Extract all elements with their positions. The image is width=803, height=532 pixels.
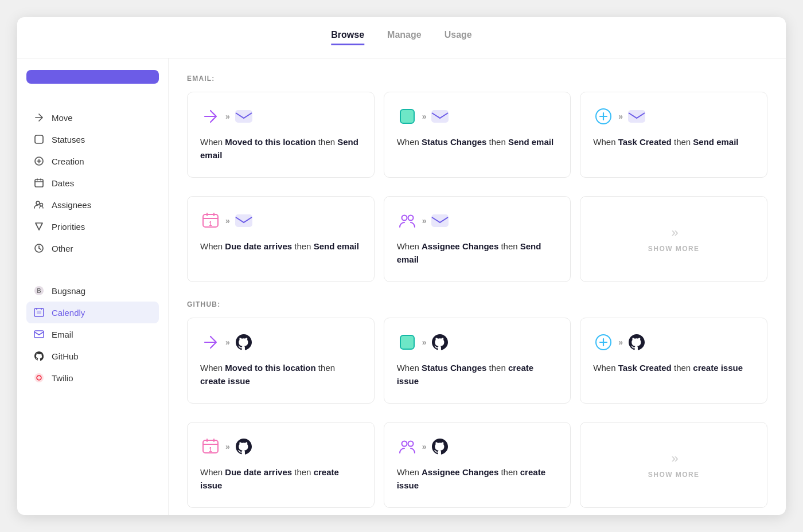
sidebar-item-email[interactable]: Email [26, 323, 159, 345]
show-more-card[interactable]: » SHOW MORE [580, 422, 767, 508]
automation-card[interactable]: 1 » When Due date arrives then Send emai… [187, 196, 375, 282]
card-icons: » [200, 332, 361, 353]
github-icon [33, 350, 45, 362]
automation-card[interactable]: » When Status Changes then Send email [384, 92, 571, 178]
sidebar-item-github[interactable]: GitHub [26, 345, 159, 367]
sidebar-item-bugsnag[interactable]: B Bugsnag [26, 280, 159, 302]
tab-browse[interactable]: Browse [331, 30, 364, 45]
card-icons: 1 » [200, 210, 361, 231]
sidebar-item-label: Other [52, 244, 73, 253]
card-description: When Task Created then create issue [593, 362, 754, 375]
card-icons: » [593, 332, 754, 353]
creation-icon [33, 155, 45, 167]
action-icon [233, 436, 254, 457]
show-more-label: SHOW MORE [648, 471, 700, 479]
flow-arrows-icon: » [422, 338, 426, 347]
custom-automation-button[interactable] [26, 70, 159, 84]
trigger-icon: 1 [200, 436, 221, 457]
show-more-arrows-icon: » [672, 225, 676, 240]
sidebar-item-other[interactable]: Other [26, 237, 159, 259]
svg-text:1: 1 [209, 221, 212, 227]
card-description: When Assignee Changes then create issue [397, 466, 558, 492]
body-layout: Move Statuses Creation Dates Assignees P… [17, 58, 786, 515]
sidebar-item-calendly[interactable]: Calendly [26, 302, 159, 323]
sidebar-item-dates[interactable]: Dates [26, 172, 159, 194]
action-icon [430, 106, 450, 127]
sidebar-item-twilio[interactable]: Twilio [26, 367, 159, 389]
bugsnag-icon: B [33, 285, 45, 296]
show-more-arrows-icon: » [672, 451, 676, 466]
svg-point-3 [36, 201, 40, 205]
trigger-icon [593, 106, 614, 127]
sidebar-item-priorities[interactable]: Priorities [26, 216, 159, 237]
card-icons: » [397, 332, 558, 353]
statuses-icon [33, 134, 45, 145]
svg-point-25 [402, 216, 407, 221]
sidebar-item-move[interactable]: Move [26, 107, 159, 128]
svg-rect-17 [236, 111, 252, 122]
assignees-icon [33, 199, 45, 210]
svg-text:B: B [37, 287, 41, 294]
automation-card[interactable]: » When Task Created then Send email [580, 92, 767, 178]
main-content: EMAIL: » When Moved to this location the… [169, 58, 786, 515]
action-icon [626, 332, 647, 353]
sidebar-item-label: Email [52, 330, 73, 339]
sidebar-item-label: Twilio [52, 373, 73, 383]
svg-point-15 [37, 379, 38, 380]
cards-grid: 1 » When Due date arrives then create is… [187, 422, 767, 508]
card-icons: » [200, 106, 361, 127]
sidebar-item-label: Priorities [52, 222, 85, 232]
svg-rect-21 [629, 111, 645, 122]
header: BrowseManageUsage [17, 17, 786, 58]
svg-point-11 [34, 373, 44, 382]
action-icon [430, 210, 450, 231]
trigger-icon [397, 210, 418, 231]
tab-manage[interactable]: Manage [387, 30, 422, 45]
sidebar-item-label: Dates [52, 178, 74, 188]
card-description: When Status Changes then Send email [397, 136, 558, 149]
automation-card[interactable]: » When Moved to this location then creat… [187, 318, 375, 404]
show-more-card[interactable]: » SHOW MORE [580, 196, 767, 282]
tab-usage[interactable]: Usage [445, 30, 472, 45]
sidebar-item-statuses[interactable]: Statuses [26, 128, 159, 150]
svg-rect-9 [37, 311, 41, 314]
svg-point-13 [37, 376, 38, 377]
flow-arrows-icon: » [422, 442, 426, 451]
card-description: When Due date arrives then create issue [200, 466, 361, 492]
section-github: GITHUB: » When Moved to this location th… [187, 300, 767, 508]
card-description: When Moved to this location then create … [200, 362, 361, 388]
card-icons: 1 » [200, 436, 361, 457]
automation-card[interactable]: » When Moved to this location then Send … [187, 92, 375, 178]
automation-card[interactable]: » When Task Created then create issue [580, 318, 767, 404]
dates-icon [33, 177, 45, 189]
svg-rect-19 [432, 111, 448, 122]
show-more-label: SHOW MORE [648, 245, 700, 253]
flow-arrows-icon: » [618, 112, 622, 121]
categories-label [26, 96, 159, 103]
card-icons: » [397, 436, 558, 457]
automation-card[interactable]: 1 » When Due date arrives then create is… [187, 422, 375, 508]
card-icons: » [593, 106, 754, 127]
card-description: When Moved to this location then Send em… [200, 136, 361, 162]
card-description: When Assignee Changes then Send email [397, 240, 558, 266]
sidebar-item-creation[interactable]: Creation [26, 150, 159, 172]
trigger-icon [397, 106, 418, 127]
trigger-icon [397, 436, 418, 457]
trigger-icon [200, 332, 221, 353]
svg-rect-24 [236, 215, 252, 226]
sidebar-item-assignees[interactable]: Assignees [26, 194, 159, 216]
automation-card[interactable]: » When Status Changes then create issue [384, 318, 571, 404]
automation-card[interactable]: » When Assignee Changes then create issu… [384, 422, 571, 508]
card-description: When Status Changes then create issue [397, 362, 558, 388]
svg-point-33 [408, 441, 413, 447]
trigger-icon [397, 332, 418, 353]
twilio-icon [33, 372, 45, 384]
automation-card[interactable]: » When Assignee Changes then Send email [384, 196, 571, 282]
svg-rect-2 [35, 179, 43, 187]
section-label: GITHUB: [187, 300, 767, 308]
section-email: EMAIL: » When Moved to this location the… [187, 75, 767, 282]
action-icon [430, 332, 450, 353]
sidebar-item-label: Creation [52, 157, 84, 166]
app-window: BrowseManageUsage Move Statuses Creation… [17, 17, 786, 515]
action-icon [233, 210, 254, 231]
